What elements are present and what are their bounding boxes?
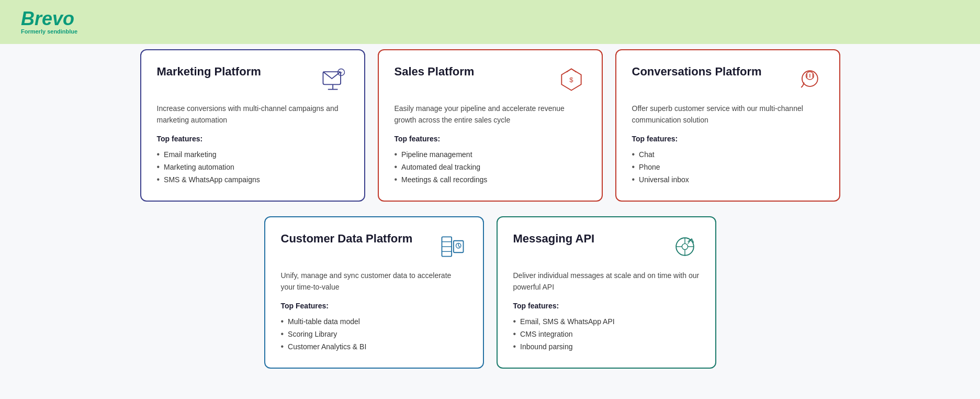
messaging-title: Messaging API xyxy=(513,232,595,246)
card-header-messaging: Messaging API xyxy=(513,232,700,261)
conversations-features-label: Top features: xyxy=(632,135,824,143)
marketing-feature-3: SMS & WhatsApp campaigns xyxy=(157,173,348,186)
messaging-api-icon xyxy=(670,232,700,261)
brand-name: sendinblue xyxy=(47,28,77,35)
customer-features-label: Top Features: xyxy=(281,302,467,310)
conversations-feature-3: Universal inbox xyxy=(632,173,824,186)
marketing-feature-1: Email marketing xyxy=(157,148,348,161)
customer-data-platform-card: Customer Data Platform Unify, manage and… xyxy=(264,216,484,369)
conversations-feature-2: Phone xyxy=(632,161,824,173)
logo-tagline: Formerly sendinblue xyxy=(21,28,77,35)
card-header-conversations: Conversations Platform xyxy=(632,65,824,94)
sales-features-list: Pipeline management Automated deal track… xyxy=(395,148,586,186)
conversations-features-list: Chat Phone Universal inbox xyxy=(632,148,824,186)
conversations-icon xyxy=(794,65,824,94)
cards-row-2: Customer Data Platform Unify, manage and… xyxy=(42,216,938,369)
svg-point-21 xyxy=(682,243,688,249)
customer-feature-1: Multi-table data model xyxy=(281,315,467,328)
marketing-features-list: Email marketing Marketing automation SMS… xyxy=(157,148,348,186)
svg-text:$: $ xyxy=(569,76,573,84)
main-content: Marketing Platform ✓ Increase conversion… xyxy=(0,44,980,399)
sales-features-label: Top features: xyxy=(395,135,586,143)
messaging-features-label: Top features: xyxy=(513,302,700,310)
sales-feature-3: Meetings & call recordings xyxy=(395,173,586,186)
card-header-sales: Sales Platform $ xyxy=(395,65,586,94)
svg-text:✓: ✓ xyxy=(339,70,343,75)
customer-feature-3: Customer Analytics & BI xyxy=(281,340,467,353)
customer-feature-2: Scoring Library xyxy=(281,328,467,340)
messaging-features-list: Email, SMS & WhatsApp API CMS integratio… xyxy=(513,315,700,353)
messaging-description: Deliver individual messages at scale and… xyxy=(513,270,700,293)
card-header-customer: Customer Data Platform xyxy=(281,232,467,261)
messaging-feature-3: Inbound parsing xyxy=(513,340,700,353)
logo: Brevo Formerly sendinblue xyxy=(21,9,77,35)
conversations-title: Conversations Platform xyxy=(632,65,762,79)
messaging-feature-1: Email, SMS & WhatsApp API xyxy=(513,315,700,328)
sales-feature-1: Pipeline management xyxy=(395,148,586,161)
card-header-marketing: Marketing Platform ✓ xyxy=(157,65,348,94)
marketing-icon: ✓ xyxy=(319,65,348,94)
customer-title: Customer Data Platform xyxy=(281,232,413,246)
marketing-title: Marketing Platform xyxy=(157,65,261,79)
svg-line-19 xyxy=(458,246,460,247)
sales-title: Sales Platform xyxy=(395,65,475,79)
customer-data-icon xyxy=(438,232,467,261)
messaging-api-card: Messaging API Deliver individual message… xyxy=(497,216,716,369)
conversations-feature-1: Chat xyxy=(632,148,824,161)
conversations-platform-card: Conversations Platform Offer superb cust… xyxy=(615,49,840,202)
cards-row-1: Marketing Platform ✓ Increase conversion… xyxy=(42,44,938,202)
marketing-feature-2: Marketing automation xyxy=(157,161,348,173)
marketing-platform-card: Marketing Platform ✓ Increase conversion… xyxy=(140,49,365,202)
marketing-features-label: Top features: xyxy=(157,135,348,143)
svg-point-7 xyxy=(802,71,817,86)
customer-description: Unify, manage and sync customer data to … xyxy=(281,270,467,293)
svg-rect-16 xyxy=(453,241,463,252)
sales-platform-card: Sales Platform $ Easily manage your pipe… xyxy=(378,49,603,202)
logo-name: Brevo xyxy=(21,9,77,28)
conversations-description: Offer superb customer service with our m… xyxy=(632,103,824,126)
customer-features-list: Multi-table data model Scoring Library C… xyxy=(281,315,467,353)
marketing-description: Increase conversions with multi-channel … xyxy=(157,103,348,126)
sales-description: Easily manage your pipeline and accelera… xyxy=(395,103,586,126)
header: Brevo Formerly sendinblue xyxy=(0,0,980,44)
sales-icon: $ xyxy=(557,65,586,94)
sales-feature-2: Automated deal tracking xyxy=(395,161,586,173)
messaging-feature-2: CMS integration xyxy=(513,328,700,340)
